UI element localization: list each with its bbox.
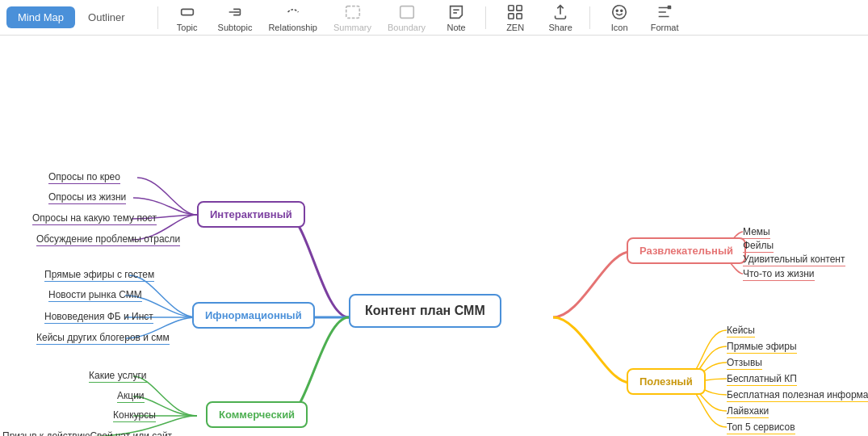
leaf-ent-2: Фейлы bbox=[743, 240, 774, 253]
tool-note[interactable]: Note bbox=[435, 0, 477, 36]
branch-informational[interactable]: Ифнормационный bbox=[192, 302, 315, 329]
leaf-info-3: Нововедения ФБ и Инст bbox=[44, 311, 153, 324]
svg-rect-6 bbox=[509, 5, 514, 10]
tab-mindmap[interactable]: Mind Map bbox=[6, 6, 75, 28]
tool-format[interactable]: Format bbox=[644, 0, 686, 36]
svg-point-12 bbox=[621, 10, 623, 11]
leaf-useful-2: Прямые эфиры bbox=[727, 341, 797, 354]
tool-boundary-label: Boundary bbox=[388, 23, 426, 32]
leaf-comm-4: Призыв к действиюСвой чат или сайт bbox=[2, 430, 172, 436]
leaf-useful-7: Топ 5 сервисов bbox=[727, 421, 795, 434]
tool-topic[interactable]: Topic bbox=[166, 0, 208, 36]
branch-commercial[interactable]: Коммерческий bbox=[206, 401, 308, 428]
tool-summary[interactable]: Summary bbox=[327, 0, 378, 36]
tab-outliner[interactable]: Outliner bbox=[77, 6, 136, 28]
divider-1 bbox=[157, 6, 158, 29]
tool-relationship[interactable]: Relationship bbox=[262, 0, 324, 36]
tool-note-label: Note bbox=[447, 23, 466, 32]
branch-interactive[interactable]: Интерактивный bbox=[197, 201, 305, 228]
leaf-interactive-4: Обсуждение проблемы отрасли bbox=[36, 233, 180, 246]
leaf-interactive-1: Опросы по крео bbox=[48, 171, 120, 184]
leaf-ent-1: Мемы bbox=[743, 226, 770, 239]
leaf-interactive-2: Опросы из жизни bbox=[48, 191, 126, 204]
tool-topic-label: Topic bbox=[177, 23, 198, 32]
tool-subtopic-label: Subtopic bbox=[218, 23, 253, 32]
leaf-useful-3: Отзывы bbox=[727, 357, 762, 370]
leaf-comm-3: Конкурсы bbox=[113, 409, 156, 422]
tool-boundary[interactable]: Boundary bbox=[381, 0, 432, 36]
leaf-useful-1: Кейсы bbox=[727, 325, 755, 337]
tool-share-label: Share bbox=[548, 23, 572, 32]
leaf-ent-4: Что-то из жизни bbox=[743, 268, 815, 281]
tool-relationship-label: Relationship bbox=[268, 23, 317, 32]
tool-icon-label: Icon bbox=[611, 23, 628, 32]
leaf-info-4: Кейсы других блогеров и смм bbox=[36, 332, 170, 345]
mindmap-canvas[interactable]: Контент план СММ Интерактивный Опросы по… bbox=[0, 36, 868, 436]
leaf-ent-3: Удивительный контент bbox=[743, 254, 845, 266]
tool-zen[interactable]: ZEN bbox=[494, 0, 536, 36]
svg-point-10 bbox=[613, 5, 627, 19]
leaf-useful-4: Бесплатный КП bbox=[727, 373, 797, 386]
leaf-comm-2: Акции bbox=[117, 390, 145, 403]
svg-rect-8 bbox=[509, 13, 514, 18]
svg-rect-9 bbox=[517, 13, 522, 18]
leaf-comm-1: Какие услуги bbox=[89, 370, 147, 383]
svg-rect-3 bbox=[400, 6, 413, 18]
svg-point-11 bbox=[616, 10, 618, 11]
toolbar: Mind Map Outliner Topic Subtopic Relatio… bbox=[0, 0, 868, 36]
svg-rect-0 bbox=[181, 9, 193, 15]
tool-subtopic[interactable]: Subtopic bbox=[212, 0, 259, 36]
tool-share[interactable]: Share bbox=[539, 0, 581, 36]
svg-rect-13 bbox=[668, 5, 672, 9]
central-node[interactable]: Контент план СММ bbox=[349, 294, 501, 328]
tool-zen-label: ZEN bbox=[506, 23, 524, 32]
divider-2 bbox=[485, 6, 486, 29]
leaf-interactive-3: Опросы на какую тему пост bbox=[32, 212, 157, 225]
leaf-useful-5: Бесплатная полезная информация bbox=[727, 389, 868, 402]
view-tabs: Mind Map Outliner bbox=[6, 6, 136, 28]
branch-entertaining[interactable]: Развлекательный bbox=[627, 237, 746, 264]
leaf-info-2: Новости рынка СММ bbox=[48, 289, 142, 302]
svg-rect-7 bbox=[517, 5, 522, 10]
leaf-info-1: Прямые эфиры с гостем bbox=[44, 269, 154, 282]
tool-format-label: Format bbox=[651, 23, 679, 32]
svg-rect-2 bbox=[346, 6, 359, 18]
branch-useful[interactable]: Полезный bbox=[627, 368, 706, 395]
tool-summary-label: Summary bbox=[333, 23, 371, 32]
tool-icon[interactable]: Icon bbox=[598, 0, 640, 36]
leaf-useful-6: Лайвхаки bbox=[727, 405, 769, 418]
divider-3 bbox=[589, 6, 590, 29]
